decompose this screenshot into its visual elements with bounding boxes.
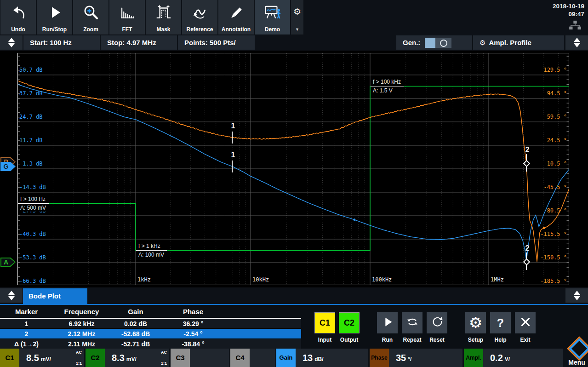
- table-header-cell: Frequency: [53, 308, 110, 315]
- scroll-updown-right[interactable]: [565, 35, 588, 50]
- bode-plot-canvas[interactable]: [17, 53, 569, 285]
- table-row[interactable]: 22.12 MHz-52.68 dB-2.54 °: [0, 329, 301, 339]
- scroll-updown-left[interactable]: [0, 35, 23, 50]
- axis-reference-flag-g[interactable]: G: [0, 162, 16, 171]
- channel-value-phase[interactable]: 35°/: [389, 349, 462, 367]
- channel-value-c4[interactable]: [250, 349, 275, 367]
- results-panel: MarkerFrequencyGainPhase16.92 kHz0.02 dB…: [0, 304, 588, 349]
- channel-value-gain[interactable]: 13dB/: [296, 349, 368, 367]
- ampl-profile-label: Ampl. Profile: [489, 39, 531, 46]
- setup-button[interactable]: ⚙: [465, 312, 486, 333]
- coupling-label: AC: [76, 350, 82, 355]
- exit-label: Exit: [508, 337, 542, 343]
- table-header-row: MarkerFrequencyGainPhase: [0, 305, 301, 319]
- date-text: 2018-10-19: [553, 2, 584, 10]
- channel-chip-c4[interactable]: C4: [230, 349, 250, 367]
- channel-coupling-info: AC1:1: [76, 350, 82, 366]
- profile-annotation: f > 1 kHzA: 100 mV: [136, 242, 167, 258]
- toolbar-zoom-button[interactable]: Zoom: [73, 0, 108, 34]
- toolbar-undo-button[interactable]: Undo: [0, 0, 36, 34]
- channel-scale-value: 8.3: [112, 353, 125, 363]
- toolbar-reference-button[interactable]: Reference: [182, 0, 217, 34]
- channel-chip-gain[interactable]: Gain: [276, 349, 296, 367]
- channel-scale-value: 35: [396, 353, 406, 363]
- table-cell: 2: [0, 330, 53, 338]
- profile-annotation: f > 100 kHzA: 1.5 V: [371, 78, 404, 94]
- channel-group-c3: C3: [171, 349, 229, 367]
- phase-axis-label: 94.5 °: [506, 90, 567, 97]
- table-cell: -38.84 °: [161, 340, 225, 348]
- stop-frequency-field[interactable]: Stop: 4.97 MHz: [101, 35, 177, 50]
- channel-c2-label: Output: [332, 337, 366, 343]
- repeat-button[interactable]: [402, 312, 422, 333]
- mask-icon: [146, 1, 181, 24]
- generator-toggle-field[interactable]: Gen.:: [396, 35, 472, 50]
- channel-c1-button[interactable]: C1: [314, 312, 335, 333]
- marker-label: 2: [524, 146, 531, 154]
- toolbar-button-label: Run/Stop: [37, 26, 72, 33]
- reset-button[interactable]: [427, 312, 447, 333]
- up-arrow-icon: [8, 38, 15, 42]
- probe-ratio-label: 1:1: [76, 361, 82, 366]
- gear-icon: ⚙: [291, 6, 303, 17]
- channel-value-ampl[interactable]: 0.2V/: [483, 349, 563, 367]
- up-arrow-icon: [8, 291, 15, 295]
- gain-axis-label: -53.3 dB: [19, 254, 46, 261]
- table-row[interactable]: Δ (1→2)2.11 MHz-52.71 dB-38.84 °: [0, 339, 301, 349]
- toolbar-fft-button[interactable]: FFT: [109, 0, 145, 34]
- toolbar-demo-button[interactable]: Demo: [255, 0, 290, 34]
- toolbar-button-label: Demo: [255, 26, 290, 33]
- tab-bode-plot[interactable]: Bode Plot: [23, 288, 87, 304]
- flag-letter: G: [0, 162, 11, 171]
- toolbar-annotation-button[interactable]: Annotation: [218, 0, 254, 34]
- menu-button[interactable]: Menu: [565, 359, 588, 366]
- settings-bar: Start: 100 Hz Stop: 4.97 MHz Points: 500…: [0, 34, 588, 51]
- exit-button[interactable]: [515, 312, 536, 333]
- table-header-cell: Marker: [0, 308, 53, 315]
- phase-axis-label: 129.5 °: [506, 66, 567, 74]
- annotation-condition: f > 1 kHz: [136, 242, 167, 251]
- fft-icon: [109, 1, 145, 24]
- generator-toggle[interactable]: [425, 38, 451, 48]
- points-field[interactable]: Points: 500 Pts/: [178, 35, 255, 50]
- tab-scroll-right[interactable]: [565, 288, 588, 303]
- help-button[interactable]: ?: [490, 312, 511, 333]
- table-cell: 2.12 MHz: [53, 330, 110, 338]
- channel-chip-c3[interactable]: C3: [171, 349, 190, 367]
- toolbar-run-stop-button[interactable]: Run/Stop: [37, 0, 72, 34]
- frequency-axis-label: 100kHz: [372, 276, 392, 283]
- table-cell: -2.54 °: [161, 330, 225, 338]
- channel-chip-c1[interactable]: C1: [0, 349, 19, 367]
- ampl-profile-button[interactable]: ⚙Ampl. Profile: [473, 35, 564, 50]
- annotation-amplitude: A: 100 mV: [136, 251, 167, 258]
- play-icon: [37, 1, 72, 24]
- phase-axis-label: -80.5 °: [506, 207, 567, 214]
- annotation-amplitude: A: 1.5 V: [371, 86, 404, 94]
- phase-axis-label: -10.5 °: [506, 160, 567, 167]
- channel-value-c2[interactable]: 8.3mV/AC1:1: [105, 349, 169, 367]
- gear-icon: ⚙: [480, 39, 485, 47]
- channel-chip-ampl[interactable]: Ampl.: [464, 349, 483, 367]
- table-cell: 36.29 °: [161, 320, 225, 327]
- frequency-axis-label: 1kHz: [137, 276, 151, 283]
- demo-icon: [255, 1, 290, 24]
- start-frequency-field[interactable]: Start: 100 Hz: [23, 35, 100, 50]
- table-cell: -52.68 dB: [110, 330, 161, 338]
- flag-letter: A: [0, 258, 11, 267]
- clock: 2018-10-19 09:47: [553, 2, 584, 18]
- run-button[interactable]: [377, 312, 398, 333]
- toolbar-mask-button[interactable]: Mask: [146, 0, 181, 34]
- axis-reference-flag-a[interactable]: A: [0, 258, 16, 267]
- channel-c2-button[interactable]: C2: [339, 312, 360, 333]
- channel-value-c1[interactable]: 8.5mV/AC1:1: [19, 349, 84, 367]
- down-arrow-icon: [574, 296, 580, 300]
- channel-value-c3[interactable]: [190, 349, 229, 367]
- generator-label: Gen.:: [403, 35, 420, 50]
- channel-chip-c2[interactable]: C2: [86, 349, 105, 367]
- table-row[interactable]: 16.92 kHz0.02 dB36.29 °: [0, 319, 301, 329]
- channel-chip-phase[interactable]: Phase: [370, 349, 389, 367]
- tab-scroll-left[interactable]: [0, 288, 23, 303]
- channel-bar: C18.5mV/AC1:1C28.3mV/AC1:1C3C4Gain13dB/P…: [0, 349, 588, 367]
- toolbar-settings-button[interactable]: ⚙▼: [291, 0, 303, 34]
- marker-label: 1: [230, 122, 236, 130]
